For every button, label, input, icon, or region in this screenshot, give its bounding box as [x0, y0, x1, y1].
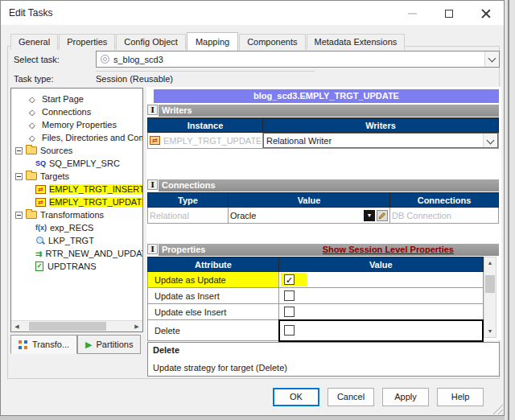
scroll-up-icon[interactable] [484, 257, 496, 269]
scroll-down-icon[interactable] [484, 326, 496, 337]
partitions-arrow-icon [85, 340, 92, 350]
background-window-edge [505, 0, 515, 420]
edit-pencil-icon [378, 212, 386, 220]
tree-item-label: EMPLY_TRGT_UPDATE [49, 197, 142, 207]
writer-type-dropdown[interactable]: Relational Writer [263, 133, 498, 148]
connections-col-type: Type [148, 193, 229, 208]
tree-item-emply-trgt-insert[interactable]: EMPLY_TRGT_INSERT [11, 183, 142, 196]
scrollbar-thumb[interactable] [29, 322, 106, 331]
task-type-label: Task type: [14, 74, 54, 84]
connection-edit-button[interactable] [377, 210, 388, 221]
tree-item-updtrans[interactable]: UPDTRANS [11, 260, 142, 273]
collapse-section-icon[interactable] [147, 179, 158, 190]
connection-value-cell[interactable]: Oracle [229, 208, 390, 224]
tree-item-sq-emply-src[interactable]: SQ_EMPLY_SRC [11, 157, 142, 170]
connection-name-cell[interactable]: DB Connection [390, 208, 499, 224]
table-row[interactable]: Update else Insert [148, 304, 484, 320]
connection-browse-arrow-icon[interactable] [364, 210, 375, 221]
attribute-description-panel: Delete Update strategy for target (Delet… [147, 342, 500, 377]
chevron-down-icon[interactable] [484, 51, 499, 67]
table-row[interactable]: Update as Insert [148, 288, 484, 304]
tab-components[interactable]: Components [239, 34, 305, 50]
connections-col-connections: Connections [390, 193, 499, 208]
tree-folder-targets[interactable]: Targets [11, 170, 142, 183]
task-type-value: Session (Reusable) [96, 74, 173, 84]
checkbox-delete[interactable] [284, 325, 295, 336]
checkbox-update-as-update[interactable]: ✓ [284, 274, 295, 285]
tree-item-connections[interactable]: Connections [11, 105, 142, 118]
table-row[interactable]: Update as Update ✓ [148, 272, 484, 288]
subtab-partitions[interactable]: Partitions [77, 335, 141, 354]
chevron-down-icon[interactable] [483, 134, 497, 147]
tab-metadata-extensions[interactable]: Metadata Extensions [307, 34, 406, 50]
router-icon [35, 249, 42, 258]
collapse-minus-icon[interactable] [15, 173, 23, 180]
session-gear-icon [101, 55, 109, 64]
attr-update-as-update: Update as Update [148, 272, 279, 288]
checkbox-update-as-insert[interactable] [284, 290, 295, 301]
cancel-button[interactable]: Cancel [328, 388, 374, 406]
diamond-icon [29, 108, 39, 117]
resize-grip[interactable] [492, 403, 503, 414]
tree-folder-transformations[interactable]: Transformations [11, 208, 142, 221]
title-bar[interactable]: Edit Tasks [1, 1, 504, 25]
scroll-right-icon[interactable] [131, 321, 142, 331]
tree-item-files-directories[interactable]: Files, Directories and Com [11, 131, 142, 144]
table-row[interactable]: Delete [148, 320, 484, 341]
help-button[interactable]: Help [437, 388, 484, 406]
properties-vertical-scrollbar[interactable] [484, 257, 496, 338]
tab-mapping[interactable]: Mapping [187, 32, 238, 51]
tree-item-label: Files, Directories and Com [42, 133, 142, 142]
tree-horizontal-scrollbar[interactable] [11, 320, 142, 331]
apply-button[interactable]: Apply [382, 388, 429, 406]
writers-instance-cell[interactable]: EMPLY_TRGT_UPDATE [148, 133, 263, 149]
writer-type-value: Relational Writer [266, 136, 483, 146]
tree-item-label: SQ_EMPLY_SRC [49, 159, 120, 168]
scrollbar-thumb[interactable] [485, 275, 495, 293]
lookup-magnifier-icon [35, 236, 45, 245]
target-table-icon [35, 198, 46, 207]
tree-item-exp-recs[interactable]: exp_RECS [11, 221, 142, 234]
tab-config-object[interactable]: Config Object [116, 34, 186, 50]
properties-col-attribute: Attribute [148, 257, 279, 272]
show-session-level-properties-link[interactable]: Show Session Level Properties [323, 244, 454, 256]
maximize-button[interactable] [435, 1, 463, 25]
tree-item-rtr-new-and-update[interactable]: RTR_NEW_AND_UPDATE [11, 247, 142, 260]
source-qualifier-icon [35, 159, 46, 167]
tree-item-label: exp_RECS [50, 223, 93, 233]
tree-item-emply-trgt-update[interactable]: EMPLY_TRGT_UPDATE [11, 196, 142, 208]
target-table-icon [35, 185, 46, 194]
description-title: Delete [153, 345, 494, 355]
collapse-minus-icon[interactable] [15, 147, 23, 154]
checkbox-update-else-insert[interactable] [284, 307, 295, 317]
subtab-transformations[interactable]: Transfo... [10, 335, 77, 354]
minimize-button[interactable] [398, 1, 426, 25]
properties-table: Attribute Value Update as Update ✓ Updat… [147, 257, 484, 342]
connection-type-cell[interactable]: Relational [148, 208, 229, 224]
close-button[interactable] [472, 1, 500, 25]
tab-properties[interactable]: Properties [59, 34, 115, 50]
tree-item-memory-properties[interactable]: Memory Properties [11, 118, 142, 131]
writers-value-cell: Relational Writer [263, 133, 499, 149]
tree-folder-sources[interactable]: Sources [11, 144, 142, 157]
mapping-tree-panel: Start Page Connections Memory Properties… [10, 88, 143, 332]
tree-item-label: LKP_TRGT [48, 236, 94, 245]
ok-button[interactable]: OK [273, 388, 319, 406]
background-window-divider [508, 0, 509, 420]
divider [96, 71, 315, 72]
tree-item-label: EMPLY_TRGT_INSERT [49, 184, 142, 194]
screen: Edit Tasks General Properties Config Obj… [0, 0, 515, 420]
tree-item-start-page[interactable]: Start Page [11, 93, 142, 105]
folder-icon [26, 211, 37, 219]
bottom-subtabs: Transfo... Partitions [10, 335, 141, 354]
writers-col-instance: Instance [148, 118, 263, 133]
collapse-section-icon[interactable] [147, 105, 158, 115]
scroll-left-icon[interactable] [11, 321, 23, 331]
collapse-section-icon[interactable] [147, 244, 158, 254]
tab-general[interactable]: General [10, 34, 58, 50]
select-task-combobox[interactable]: s_blog_scd3 [96, 51, 500, 68]
select-task-label: Select task: [14, 55, 60, 64]
collapse-minus-icon[interactable] [15, 212, 23, 219]
tree-item-lkp-trgt[interactable]: LKP_TRGT [11, 234, 142, 247]
tree-item-label: Connections [42, 107, 91, 117]
